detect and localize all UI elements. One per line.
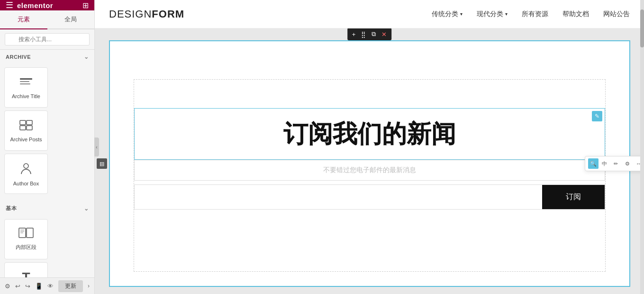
redo-icon[interactable]: ↪ bbox=[25, 283, 30, 290]
grid-icon[interactable]: ⊞ bbox=[82, 1, 89, 10]
toolbar-add-btn[interactable]: + bbox=[350, 30, 358, 39]
section-basic-header[interactable]: 基本 ⌄ bbox=[0, 201, 94, 216]
svg-rect-3 bbox=[20, 120, 26, 125]
widget-inner-section-label: 内部区段 bbox=[16, 244, 36, 251]
archive-title-icon bbox=[19, 76, 33, 91]
newsletter-subtitle-container: 不要错过您电子邮件的最新消息 bbox=[134, 160, 605, 181]
sidebar-header: ☰ elementor ⊞ bbox=[0, 0, 94, 10]
nav-chevron-1: ▾ bbox=[505, 11, 508, 17]
widget-archive-posts-label: Archive Posts bbox=[10, 137, 42, 142]
inner-section-icon bbox=[18, 228, 34, 241]
widget-author-box[interactable]: Author Box bbox=[4, 154, 48, 194]
sidebar-tabs: 元素 全局 bbox=[0, 10, 94, 29]
svg-rect-5 bbox=[20, 126, 26, 130]
sidebar-header-left: ☰ elementor bbox=[6, 0, 53, 10]
section-archive-header[interactable]: ARCHIVE ⌄ bbox=[0, 50, 94, 64]
newsletter-subscribe-btn[interactable]: 订阅 bbox=[542, 185, 605, 209]
chevron-down-icon-2: ⌄ bbox=[84, 205, 89, 212]
nav-label-1: 现代分类 bbox=[477, 10, 503, 18]
hamburger-icon[interactable]: ☰ bbox=[6, 0, 13, 10]
section-toolbar: + ⣿ ⧉ ✕ bbox=[347, 28, 392, 40]
right-floating-toolbar: 🔍 中 ✏ ⚙ ↔ ⤢ bbox=[585, 156, 644, 171]
toolbar-search-btn[interactable]: 🔍 bbox=[588, 158, 599, 169]
mobile-icon[interactable]: 📱 bbox=[35, 283, 43, 290]
toolbar-duplicate-btn[interactable]: ⧉ bbox=[369, 29, 378, 39]
sidebar-collapse-handle[interactable]: ‹ bbox=[94, 138, 99, 156]
svg-rect-2 bbox=[20, 83, 30, 84]
elementor-logo: elementor bbox=[17, 1, 53, 9]
toolbar-drag-btn[interactable]: ⣿ bbox=[359, 30, 368, 39]
widget-author-box-label: Author Box bbox=[13, 181, 39, 186]
toolbar-text-btn[interactable]: 中 bbox=[599, 158, 610, 169]
toolbar-edit-btn[interactable]: ✏ bbox=[611, 158, 621, 169]
widget-inner-section[interactable]: 内部区段 bbox=[4, 219, 48, 259]
undo-icon[interactable]: ↩ bbox=[15, 283, 20, 290]
chevron-down-icon: ⌄ bbox=[84, 54, 89, 60]
svg-point-7 bbox=[24, 164, 28, 168]
section-basic-label: 基本 bbox=[6, 205, 17, 212]
tab-elements[interactable]: 元素 bbox=[0, 10, 47, 29]
footer-icons: ⚙ ↩ ↪ 📱 👁 bbox=[5, 283, 54, 290]
svg-rect-6 bbox=[27, 126, 32, 130]
expand-icon[interactable]: › bbox=[88, 283, 90, 289]
newsletter-title-container: ✎ 订阅我们的新闻 bbox=[134, 108, 605, 160]
search-input[interactable] bbox=[5, 33, 90, 46]
nav-label-4: 网站公告 bbox=[603, 10, 630, 18]
tab-global[interactable]: 全局 bbox=[47, 10, 95, 28]
eye-icon[interactable]: 👁 bbox=[47, 283, 54, 290]
scrollbar-thumb[interactable] bbox=[640, 9, 644, 47]
widget-archive-title-label: Archive Title bbox=[12, 93, 40, 99]
section-archive-label: ARCHIVE bbox=[6, 54, 31, 60]
logo-bold: FORM bbox=[152, 8, 184, 20]
widget-archive-posts[interactable]: Archive Posts bbox=[4, 110, 48, 151]
search-wrapper: 🔍 bbox=[5, 33, 90, 46]
nav-item-2[interactable]: 所有资源 bbox=[522, 10, 548, 18]
archive-widgets-grid: Archive Title Archive Posts bbox=[0, 64, 94, 197]
nav-label-2: 所有资源 bbox=[522, 10, 548, 18]
nav-label-0: 传统分类 bbox=[432, 10, 458, 18]
svg-rect-4 bbox=[27, 120, 32, 125]
author-box-icon bbox=[19, 162, 33, 178]
nav-chevron-0: ▾ bbox=[460, 11, 463, 17]
newsletter-title: 订阅我们的新闻 bbox=[144, 120, 595, 147]
canvas-container: + ⣿ ⧉ ✕ ▤ ✎ 订阅我们的新闻 不要错过您电子邮件的最新消息 bbox=[109, 40, 630, 287]
sidebar: ☰ elementor ⊞ 元素 全局 🔍 ARCHIVE ⌄ bbox=[0, 0, 95, 294]
nav-item-4[interactable]: 网站公告 bbox=[603, 10, 630, 18]
update-button[interactable]: 更新 bbox=[58, 280, 83, 292]
nav-label-3: 帮助文档 bbox=[562, 10, 589, 18]
newsletter-outer-section: ✎ 订阅我们的新闻 不要错过您电子邮件的最新消息 订阅 bbox=[134, 79, 606, 272]
search-box: 🔍 bbox=[0, 29, 94, 50]
nav-item-0[interactable]: 传统分类 ▾ bbox=[432, 10, 463, 18]
canvas-area: + ⣿ ⧉ ✕ ▤ ✎ 订阅我们的新闻 不要错过您电子邮件的最新消息 bbox=[95, 28, 644, 294]
nav-item-1[interactable]: 现代分类 ▾ bbox=[477, 10, 508, 18]
archive-posts-icon bbox=[19, 119, 33, 134]
newsletter-subtitle: 不要错过您电子邮件的最新消息 bbox=[144, 166, 595, 175]
svg-rect-9 bbox=[27, 228, 33, 238]
scrollbar[interactable] bbox=[640, 0, 644, 294]
newsletter-email-input[interactable] bbox=[135, 185, 542, 209]
svg-rect-1 bbox=[20, 81, 29, 82]
newsletter-form: 订阅 bbox=[134, 184, 605, 210]
toolbar-delete-btn[interactable]: ✕ bbox=[379, 30, 389, 39]
toolbar-settings-btn[interactable]: ⚙ bbox=[622, 158, 633, 169]
section-handle[interactable]: ▤ bbox=[97, 158, 107, 169]
settings-icon[interactable]: ⚙ bbox=[5, 283, 10, 290]
edit-title-icon[interactable]: ✎ bbox=[592, 111, 602, 121]
widget-archive-title[interactable]: Archive Title bbox=[4, 67, 48, 108]
nav-items: 传统分类 ▾ 现代分类 ▾ 所有资源 帮助文档 网站公告 bbox=[432, 10, 630, 18]
sidebar-footer: ⚙ ↩ ↪ 📱 👁 更新 › bbox=[0, 277, 94, 294]
main-area: DESIGNFORM 传统分类 ▾ 现代分类 ▾ 所有资源 帮助文档 网站公告 bbox=[95, 0, 644, 294]
site-logo: DESIGNFORM bbox=[109, 8, 184, 20]
top-nav: DESIGNFORM 传统分类 ▾ 现代分类 ▾ 所有资源 帮助文档 网站公告 bbox=[95, 0, 644, 28]
logo-light: DESIGN bbox=[109, 8, 152, 20]
svg-rect-0 bbox=[20, 78, 32, 80]
nav-item-3[interactable]: 帮助文档 bbox=[562, 10, 589, 18]
